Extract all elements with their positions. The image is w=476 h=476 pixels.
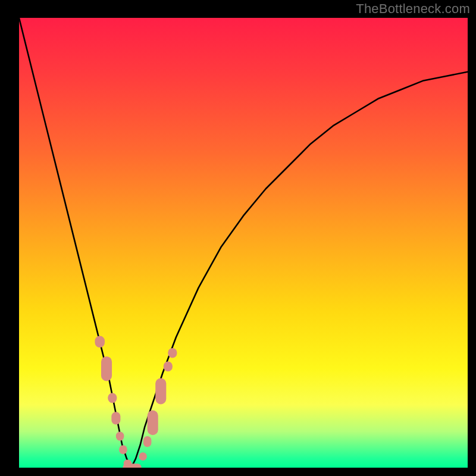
curve-marker (168, 348, 177, 358)
curve-marker (148, 411, 158, 436)
watermark-text: TheBottleneck.com (356, 1, 470, 17)
curve-marker (101, 356, 112, 381)
curve-marker (143, 436, 152, 447)
chart-frame: TheBottleneck.com (0, 0, 476, 476)
curve-marker (164, 362, 173, 372)
curve-marker (116, 432, 124, 441)
curve-marker (108, 393, 117, 403)
bottleneck-curve (19, 18, 468, 468)
curve-marker (119, 445, 127, 454)
curve-marker (123, 464, 142, 468)
curve-marker (155, 378, 166, 405)
curve-marker (111, 412, 120, 424)
chart-svg (19, 18, 468, 468)
curve-marker (139, 452, 147, 461)
curve-marker (95, 336, 105, 347)
plot-area (19, 18, 468, 468)
